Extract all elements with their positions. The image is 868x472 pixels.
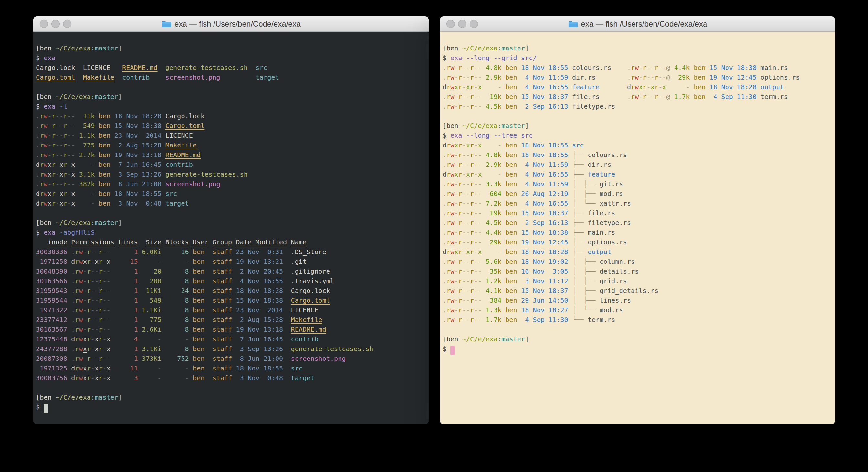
text-segment: r	[98, 296, 102, 304]
text-segment: contrib	[165, 161, 193, 169]
text-segment: main.rs	[588, 229, 615, 236]
text-segment: exa	[43, 102, 55, 110]
text-segment: -	[462, 219, 466, 227]
text-segment: -	[71, 180, 75, 188]
text-segment: [ben	[36, 93, 56, 100]
minimize-button[interactable]	[51, 20, 60, 28]
text-segment	[232, 287, 236, 295]
text-segment: │ ├──	[572, 180, 599, 188]
text-segment: w	[450, 151, 454, 159]
text-segment: w	[79, 374, 83, 382]
text-segment: -	[165, 364, 189, 372]
text-segment	[161, 131, 165, 139]
text-segment: :master	[497, 44, 525, 52]
zoom-button[interactable]	[470, 20, 478, 28]
text-segment: r	[98, 258, 102, 265]
text-segment: r	[446, 267, 450, 275]
title-bar[interactable]: exa — fish /Users/ben/Code/exa/exa	[440, 17, 835, 32]
text-segment: -	[59, 141, 63, 149]
text-segment: r	[631, 64, 635, 71]
text-segment: ├──	[572, 209, 588, 217]
text-segment: 18 Nov 18:55	[521, 151, 568, 159]
text-segment: k	[497, 287, 501, 295]
text-segment: mod.rs	[599, 190, 623, 198]
text-segment: r	[446, 287, 450, 295]
terminal-output[interactable]: [ben ~/C/e/exa:master]$ exaCargo.lock LI…	[33, 32, 429, 424]
text-segment: -	[478, 200, 482, 207]
text-segment: -	[474, 209, 478, 217]
text-segment: 18 Nov 18:28	[521, 248, 568, 256]
text-segment	[75, 112, 79, 120]
text-segment: d	[442, 248, 446, 256]
text-segment: r	[458, 248, 462, 256]
close-button[interactable]	[446, 20, 455, 28]
text-segment	[517, 161, 521, 169]
text-segment	[189, 267, 193, 275]
text-segment	[501, 83, 505, 91]
text-segment: -	[478, 93, 482, 100]
text-segment: LICENCE	[291, 306, 318, 314]
text-segment: -	[48, 112, 51, 120]
text-segment	[95, 131, 98, 139]
minimize-button[interactable]	[458, 20, 466, 28]
terminal-output[interactable]: [ben ~/C/e/exa:master]$ exa --long --gri…	[440, 32, 835, 424]
text-segment: -	[462, 180, 466, 188]
text-segment	[501, 64, 505, 71]
text-segment: k	[497, 238, 501, 246]
text-segment: x	[83, 335, 87, 343]
text-segment: ]	[525, 335, 529, 343]
text-segment: w	[450, 73, 454, 81]
text-segment: ben	[694, 83, 706, 91]
text-segment: x	[95, 345, 98, 353]
text-segment: src	[255, 64, 267, 71]
title-area: exa — fish /Users/ben/Code/exa/exa	[440, 17, 835, 31]
terminal-line: .rw-r--r-- 775 ben 2 Aug 15:28 Makefile	[36, 140, 426, 150]
text-segment: -	[474, 267, 478, 275]
title-bar[interactable]: exa — fish /Users/ben/Code/exa/exa	[33, 17, 429, 32]
text-segment: r	[446, 229, 450, 236]
text-segment	[517, 248, 521, 256]
text-segment: ]	[118, 44, 122, 52]
text-segment	[706, 83, 709, 91]
text-segment	[150, 73, 165, 81]
text-segment: -	[91, 258, 95, 265]
text-segment	[283, 326, 291, 333]
text-segment: ben	[505, 277, 517, 285]
text-segment: ben	[694, 73, 706, 81]
terminal-line	[442, 111, 833, 121]
zoom-button[interactable]	[63, 20, 71, 28]
text-segment: 1	[118, 296, 138, 304]
terminal-window-right: exa — fish /Users/ben/Code/exa/exa [ben …	[440, 17, 835, 424]
text-segment: -	[478, 102, 482, 110]
text-segment: 3 Sep 13:26	[114, 170, 161, 178]
text-segment: r	[87, 258, 91, 265]
text-segment	[517, 306, 521, 314]
text-segment: w	[43, 122, 48, 130]
text-segment: ben	[505, 73, 517, 81]
text-segment: 19	[486, 209, 497, 217]
text-segment: -	[165, 258, 189, 265]
text-segment: -	[142, 335, 161, 343]
text-segment	[56, 102, 59, 110]
close-button[interactable]	[40, 20, 48, 28]
text-segment	[95, 170, 98, 178]
text-segment	[205, 335, 212, 343]
terminal-line: $ exa --long --tree src	[442, 130, 833, 140]
text-segment: │ └──	[572, 306, 599, 314]
text-segment: r	[458, 93, 462, 100]
text-segment: 549	[142, 296, 161, 304]
text-segment	[482, 258, 486, 265]
text-segment: file.rs	[572, 93, 599, 100]
text-segment: -	[462, 73, 466, 81]
text-segment: r	[87, 316, 91, 324]
window-controls	[446, 17, 478, 31]
text-segment	[67, 316, 71, 324]
text-segment	[95, 112, 98, 120]
text-segment: w	[450, 170, 454, 178]
text-segment: 752	[165, 355, 189, 362]
text-segment	[111, 335, 118, 343]
text-segment: 8 Jun 21:00	[114, 180, 161, 188]
text-segment: w	[635, 93, 639, 100]
text-segment	[189, 238, 193, 246]
text-segment: 7.2	[486, 200, 497, 207]
